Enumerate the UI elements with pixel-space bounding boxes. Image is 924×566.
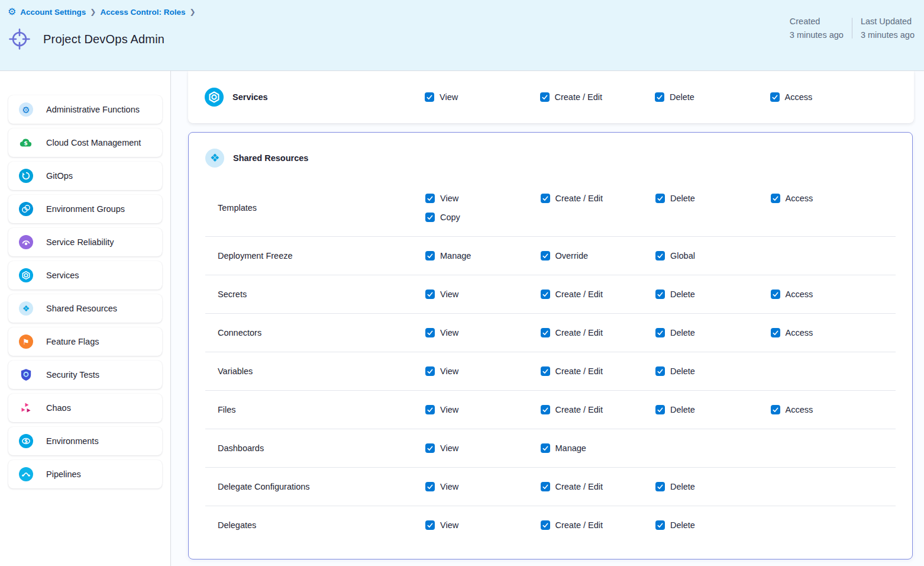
permission-view: View: [425, 366, 541, 376]
sidebar-item-gitops[interactable]: GitOps: [8, 162, 162, 190]
checkbox-delete[interactable]: [655, 520, 665, 530]
checkbox-create-edit[interactable]: [541, 405, 550, 414]
checkbox-create-edit[interactable]: [541, 194, 550, 203]
table-row-secrets: SecretsViewCreate / EditDeleteAccess: [205, 275, 896, 313]
breadcrumb-access-control-roles[interactable]: Access Control: Roles: [100, 8, 185, 17]
checkbox-view[interactable]: [425, 405, 435, 414]
permission-line: ViewCreate / EditDeleteAccess: [425, 323, 886, 342]
sidebar-item-environments[interactable]: $Environments: [8, 427, 162, 455]
breadcrumb-account-settings[interactable]: Account Settings: [20, 8, 86, 17]
permission-delete: Delete: [655, 520, 771, 530]
permission-label: Create / Edit: [555, 520, 603, 530]
permission-delete: Delete: [655, 194, 771, 203]
checkbox-view[interactable]: [425, 366, 435, 376]
permission-create-edit: Create / Edit: [540, 92, 655, 102]
checkbox-global[interactable]: [655, 251, 665, 261]
table-row-dashboards: DashboardsViewManage: [205, 429, 896, 467]
checkbox-view[interactable]: [425, 443, 435, 453]
permission-label: Create / Edit: [555, 366, 603, 376]
checkbox-delete[interactable]: [655, 328, 665, 337]
sidebar-item-chaos[interactable]: Chaos: [8, 394, 162, 422]
checkbox-delete[interactable]: [655, 482, 665, 491]
checkbox-create-edit[interactable]: [541, 366, 550, 376]
permission-label: View: [440, 366, 458, 376]
permission-access: Access: [771, 290, 886, 299]
checkbox-create-edit[interactable]: [540, 92, 550, 102]
checkbox-access[interactable]: [771, 405, 780, 414]
checkbox-view[interactable]: [425, 520, 435, 530]
role-meta: Created 3 minutes ago Last Updated 3 min…: [790, 17, 915, 40]
sidebar-item-label: Chaos: [46, 403, 71, 413]
permission-label: Access: [786, 290, 813, 299]
permission-view: View: [425, 482, 541, 491]
sidebar-item-label: Administrative Functions: [46, 105, 140, 114]
checkbox-create-edit[interactable]: [541, 290, 550, 299]
permission-access: Access: [771, 194, 886, 203]
sidebar-item-environment-groups[interactable]: Environment Groups: [8, 195, 162, 223]
permission-delete: Delete: [655, 92, 770, 102]
checkbox-view[interactable]: [425, 92, 434, 102]
sidebar-item-pipelines[interactable]: Pipelines: [8, 460, 162, 488]
sidebar-item-security-tests[interactable]: Security Tests: [8, 361, 162, 389]
resource-permissions: ViewCreate / EditDelete: [425, 477, 771, 496]
permission-label: Manage: [555, 443, 586, 453]
checkbox-create-edit[interactable]: [541, 520, 550, 530]
sidebar-item-shared-resources[interactable]: ❖Shared Resources: [8, 294, 162, 323]
permission-label: Access: [786, 194, 813, 203]
services-card-header: Services: [205, 88, 425, 107]
created-value: 3 minutes ago: [790, 30, 844, 40]
checkbox-view[interactable]: [425, 482, 435, 491]
sidebar-item-administrative-functions[interactable]: ⚙Administrative Functions: [8, 95, 162, 124]
checkbox-access[interactable]: [771, 328, 780, 337]
services-permissions: ViewCreate / EditDeleteAccess: [425, 88, 885, 107]
checkbox-view[interactable]: [425, 328, 435, 337]
checkbox-delete[interactable]: [655, 405, 665, 414]
chaos-icon: [19, 401, 33, 415]
sidebar-item-label: Environment Groups: [46, 204, 125, 214]
sidebar-item-service-reliability[interactable]: Service Reliability: [8, 228, 162, 256]
permission-access: Access: [770, 92, 886, 102]
permission-line: ViewCreate / EditDelete: [425, 362, 771, 381]
permission-manage: Manage: [541, 443, 656, 453]
checkbox-access[interactable]: [770, 92, 780, 102]
gitops-icon: [19, 169, 33, 183]
sidebar-item-feature-flags[interactable]: ⚑Feature Flags: [8, 327, 162, 356]
checkbox-manage[interactable]: [541, 443, 550, 453]
checkbox-manage[interactable]: [425, 251, 435, 261]
permission-create-edit: Create / Edit: [541, 482, 656, 491]
checkbox-copy[interactable]: [425, 213, 435, 222]
table-row-deployment-freeze: Deployment FreezeManageOverrideGlobal: [205, 236, 896, 275]
resource-label: Dashboards: [205, 443, 425, 453]
resource-label: Templates: [205, 203, 425, 213]
checkbox-view[interactable]: [425, 290, 435, 299]
permission-line: Copy: [425, 208, 886, 227]
checkbox-view[interactable]: [425, 194, 435, 203]
resource-label: Delegates: [205, 520, 425, 530]
permission-delete: Delete: [655, 482, 771, 491]
permission-view: View: [425, 405, 541, 414]
permission-label: Delete: [670, 405, 695, 414]
settings-gear-icon: ⚙: [8, 7, 16, 17]
checkbox-override[interactable]: [541, 251, 550, 261]
resource-permissions: ViewCreate / EditDeleteAccessCopy: [425, 189, 886, 227]
sidebar-item-label: Services: [46, 271, 79, 280]
checkbox-create-edit[interactable]: [541, 328, 550, 337]
resource-permissions: ManageOverrideGlobal: [425, 246, 771, 265]
resource-permissions: ViewCreate / EditDeleteAccess: [425, 400, 886, 419]
services-icon: [205, 88, 224, 107]
permission-delete: Delete: [655, 366, 771, 376]
checkbox-access[interactable]: [771, 290, 780, 299]
permission-label: Create / Edit: [555, 405, 603, 414]
checkbox-create-edit[interactable]: [541, 482, 550, 491]
checkbox-delete[interactable]: [655, 194, 665, 203]
checkbox-delete[interactable]: [655, 92, 664, 102]
sidebar-item-services[interactable]: Services: [8, 261, 162, 290]
checkbox-delete[interactable]: [655, 366, 665, 376]
checkbox-delete[interactable]: [655, 290, 665, 299]
permission-label: Delete: [670, 482, 695, 491]
environments-icon: $: [19, 434, 33, 448]
resource-label: Delegate Configurations: [205, 482, 425, 491]
permission-create-edit: Create / Edit: [541, 405, 656, 414]
checkbox-access[interactable]: [771, 194, 780, 203]
sidebar-item-cloud-cost-management[interactable]: $Cloud Cost Management: [8, 128, 162, 157]
